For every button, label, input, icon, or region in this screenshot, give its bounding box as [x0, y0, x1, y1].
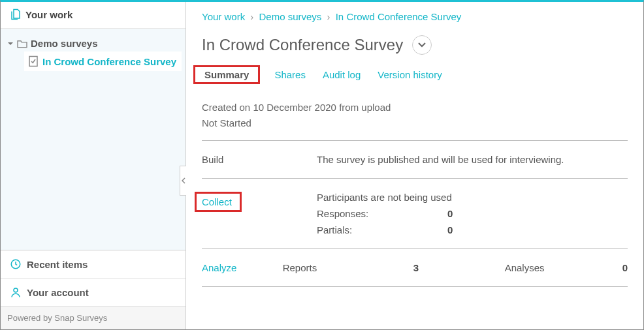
analyses-value: 0	[622, 262, 628, 273]
powered-by-label: Powered by Snap Surveys	[7, 313, 107, 323]
section-collect: Collect Participants are not being used …	[202, 179, 628, 249]
chevron-left-icon	[182, 177, 185, 184]
breadcrumb: Your work › Demo surveys › In Crowd Conf…	[186, 2, 643, 29]
reports-value: 3	[413, 262, 505, 273]
tab-shares[interactable]: Shares	[272, 65, 308, 84]
survey-meta: Created on 10 December 2020 from upload …	[202, 100, 628, 141]
your-account-label: Your account	[27, 287, 89, 298]
tabs: Summary Shares Audit log Version history	[186, 65, 643, 91]
tree-survey-item[interactable]: In Crowd Conference Survey	[24, 52, 182, 71]
tab-version-history[interactable]: Version history	[375, 65, 444, 84]
survey-actions-dropdown[interactable]	[412, 35, 432, 55]
section-analyze: Analyze Reports 3 Analyses 0	[202, 249, 628, 287]
survey-icon	[28, 55, 39, 67]
partials-label: Partials:	[317, 224, 447, 235]
build-text: The survey is published and will be used…	[317, 154, 628, 165]
sidebar-recent-items[interactable]: Recent items	[1, 250, 185, 278]
your-work-label: Your work	[25, 9, 72, 20]
tab-audit-log[interactable]: Audit log	[320, 65, 363, 84]
clock-icon	[10, 258, 22, 270]
analyses-label: Analyses	[505, 262, 622, 273]
collect-text: Participants are not being used	[317, 192, 628, 203]
created-text: Created on 10 December 2020 from upload	[202, 100, 628, 115]
folder-label: Demo surveys	[31, 38, 98, 49]
highlight-summary: Summary	[193, 65, 260, 84]
chevron-down-icon	[418, 42, 426, 48]
reports-label: Reports	[283, 262, 413, 273]
folder-icon	[16, 39, 28, 48]
chevron-right-icon: ›	[250, 11, 253, 22]
sidebar-your-account[interactable]: Your account	[1, 278, 185, 307]
section-build: Build The survey is published and will b…	[202, 141, 628, 179]
collect-link[interactable]: Collect	[202, 196, 232, 207]
survey-label: In Crowd Conference Survey	[42, 56, 176, 67]
highlight-collect: Collect	[195, 192, 242, 212]
breadcrumb-your-work[interactable]: Your work	[202, 11, 245, 22]
documents-icon	[10, 8, 22, 20]
partials-value: 0	[447, 224, 539, 235]
breadcrumb-survey[interactable]: In Crowd Conference Survey	[336, 11, 462, 22]
responses-label: Responses:	[317, 208, 447, 219]
responses-value: 0	[447, 208, 539, 219]
recent-items-label: Recent items	[27, 259, 88, 270]
user-icon	[10, 286, 22, 298]
sidebar-collapse-handle[interactable]	[180, 166, 186, 196]
sidebar-tree: Demo surveys In Crowd Conference Survey	[1, 29, 185, 250]
sidebar-footer: Powered by Snap Surveys	[1, 307, 185, 329]
chevron-right-icon: ›	[327, 11, 330, 22]
sidebar-your-work[interactable]: Your work	[1, 2, 185, 29]
page-title: In Crowd Conference Survey	[202, 36, 403, 54]
svg-point-2	[14, 288, 18, 292]
status-text: Not Started	[202, 115, 628, 131]
build-label: Build	[202, 154, 317, 165]
tree-folder-demo-surveys[interactable]: Demo surveys	[5, 35, 182, 52]
caret-down-icon	[7, 40, 14, 47]
breadcrumb-demo-surveys[interactable]: Demo surveys	[259, 11, 322, 22]
tab-summary[interactable]: Summary	[202, 65, 251, 84]
analyze-link[interactable]: Analyze	[202, 262, 236, 273]
main-panel: Your work › Demo surveys › In Crowd Conf…	[186, 2, 643, 329]
sidebar: Your work Demo surveys In Crowd Conferen…	[1, 2, 186, 329]
